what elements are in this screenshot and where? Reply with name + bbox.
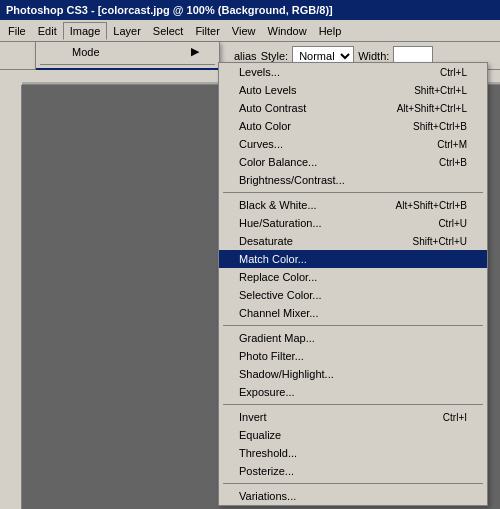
submenu-hue-saturation[interactable]: Hue/Saturation... Ctrl+U <box>219 214 487 232</box>
submenu-selective-color[interactable]: Selective Color... <box>219 286 487 304</box>
submenu-replace-color[interactable]: Replace Color... <box>219 268 487 286</box>
menu-image[interactable]: Image <box>63 22 108 40</box>
submenu-color-balance[interactable]: Color Balance... Ctrl+B <box>219 153 487 171</box>
submenu-match-color[interactable]: Match Color... <box>219 250 487 268</box>
toolbar-width-label: Width: <box>358 50 389 62</box>
ruler-vertical <box>0 85 22 509</box>
submenu-invert[interactable]: Invert Ctrl+I <box>219 408 487 426</box>
menu-bar: File Edit Image Layer Select Filter View… <box>0 20 500 42</box>
adj-sep-3 <box>223 404 483 405</box>
submenu-equalize[interactable]: Equalize <box>219 426 487 444</box>
submenu-auto-color[interactable]: Auto Color Shift+Ctrl+B <box>219 117 487 135</box>
submenu-photo-filter[interactable]: Photo Filter... <box>219 347 487 365</box>
adj-sep-2 <box>223 325 483 326</box>
menu-view[interactable]: View <box>226 23 262 39</box>
submenu-levels[interactable]: Levels... Ctrl+L <box>219 63 487 81</box>
submenu-variations[interactable]: Variations... <box>219 487 487 505</box>
menu-select[interactable]: Select <box>147 23 190 39</box>
submenu-brightness-contrast[interactable]: Brightness/Contrast... <box>219 171 487 189</box>
menu-help[interactable]: Help <box>313 23 348 39</box>
submenu-gradient-map[interactable]: Gradient Map... <box>219 329 487 347</box>
menu-file[interactable]: File <box>2 23 32 39</box>
menu-window[interactable]: Window <box>262 23 313 39</box>
submenu-auto-contrast[interactable]: Auto Contrast Alt+Shift+Ctrl+L <box>219 99 487 117</box>
menu-filter[interactable]: Filter <box>189 23 225 39</box>
submenu-threshold[interactable]: Threshold... <box>219 444 487 462</box>
submenu-exposure[interactable]: Exposure... <box>219 383 487 401</box>
submenu-posterize[interactable]: Posterize... <box>219 462 487 480</box>
toolbar-style-label: Style: <box>261 50 289 62</box>
title-bar: Photoshop CS3 - [colorcast.jpg @ 100% (B… <box>0 0 500 20</box>
menu-layer[interactable]: Layer <box>107 23 147 39</box>
separator-1 <box>40 64 215 65</box>
title-text: Photoshop CS3 - [colorcast.jpg @ 100% (B… <box>6 4 333 16</box>
submenu-shadow-highlight[interactable]: Shadow/Highlight... <box>219 365 487 383</box>
submenu-auto-levels[interactable]: Auto Levels Shift+Ctrl+L <box>219 81 487 99</box>
submenu-desaturate[interactable]: Desaturate Shift+Ctrl+U <box>219 232 487 250</box>
toolbar-alias-label: alias <box>234 50 257 62</box>
adj-sep-4 <box>223 483 483 484</box>
adjustments-submenu: Levels... Ctrl+L Auto Levels Shift+Ctrl+… <box>218 62 488 506</box>
submenu-curves[interactable]: Curves... Ctrl+M <box>219 135 487 153</box>
submenu-black-white[interactable]: Black & White... Alt+Shift+Ctrl+B <box>219 196 487 214</box>
menu-edit[interactable]: Edit <box>32 23 63 39</box>
menu-item-mode[interactable]: Mode ▶ <box>36 42 219 61</box>
adj-sep-1 <box>223 192 483 193</box>
submenu-channel-mixer[interactable]: Channel Mixer... <box>219 304 487 322</box>
